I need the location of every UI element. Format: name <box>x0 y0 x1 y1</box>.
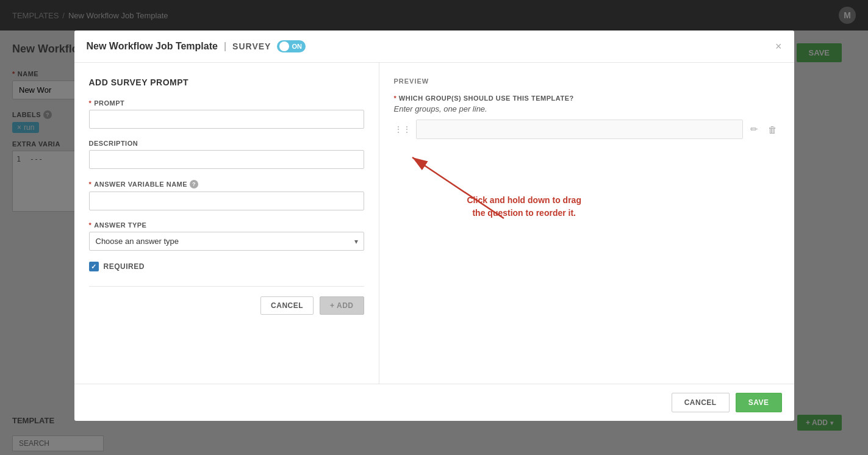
add-survey-title: ADD SURVEY PROMPT <box>89 77 364 87</box>
answer-type-group: * ANSWER TYPE Choose an answer type Text… <box>89 221 364 251</box>
preview-question-label: * WHICH GROUP(S) SHOULD USE THIS TEMPLAT… <box>394 95 780 102</box>
annotation-area: Click and hold down to drag the question… <box>394 145 780 255</box>
modal-close-button[interactable]: × <box>775 41 782 52</box>
modal-right-panel: PREVIEW * WHICH GROUP(S) SHOULD USE THIS… <box>379 63 794 384</box>
description-label: DESCRIPTION <box>89 140 138 147</box>
modal-cancel-button[interactable]: CANCEL <box>672 393 730 412</box>
answer-var-input[interactable] <box>89 192 364 210</box>
modal-overlay: New Workflow Job Template | SURVEY ON × … <box>0 0 868 455</box>
left-panel-footer: CANCEL + ADD <box>89 286 364 315</box>
prompt-group: * PROMPT <box>89 99 364 129</box>
toggle-label: ON <box>292 43 302 50</box>
toggle-knob <box>279 41 289 51</box>
form-add-button[interactable]: + ADD <box>320 296 364 315</box>
prompt-label: PROMPT <box>94 99 124 107</box>
preview-required-star: * <box>394 95 399 102</box>
modal-title: New Workflow Job Template | SURVEY ON <box>87 40 306 52</box>
required-checkbox-row: REQUIRED <box>89 262 364 271</box>
preview-title: PREVIEW <box>394 77 780 85</box>
answer-type-label: ANSWER TYPE <box>94 221 146 229</box>
answer-type-required-star: * <box>89 221 92 229</box>
answer-type-select[interactable]: Choose an answer type Text Textarea Pass… <box>89 232 364 251</box>
modal-left-panel: ADD SURVEY PROMPT * PROMPT DESCRIPTION <box>74 63 379 384</box>
annotation-text: Click and hold down to drag the question… <box>467 194 581 220</box>
modal-dialog: New Workflow Job Template | SURVEY ON × … <box>74 30 794 421</box>
modal-body: ADD SURVEY PROMPT * PROMPT DESCRIPTION <box>74 63 794 384</box>
answer-var-help-icon[interactable]: ? <box>190 180 198 188</box>
preview-hint: Enter groups, one per line. <box>394 104 780 113</box>
form-cancel-button[interactable]: CANCEL <box>260 296 314 315</box>
description-input[interactable] <box>89 150 364 169</box>
preview-input-row: ⋮⋮ ✏ 🗑 <box>394 120 780 139</box>
prompt-required-star: * <box>89 99 92 107</box>
answer-type-select-wrapper: Choose an answer type Text Textarea Pass… <box>89 232 364 251</box>
drag-handle-icon[interactable]: ⋮⋮ <box>394 124 411 134</box>
modal-survey-label: SURVEY <box>232 41 271 51</box>
modal-title-sep: | <box>224 41 226 52</box>
edit-icon[interactable]: ✏ <box>748 121 761 137</box>
survey-toggle[interactable]: ON <box>277 40 306 52</box>
answer-var-label: ANSWER VARIABLE NAME <box>94 181 187 188</box>
required-label: REQUIRED <box>104 262 145 271</box>
prompt-input[interactable] <box>89 110 364 129</box>
required-checkbox[interactable] <box>89 262 99 271</box>
delete-icon[interactable]: 🗑 <box>766 122 780 137</box>
background-page: TEMPLATES / New Workflow Job Template M … <box>0 0 868 455</box>
modal-header: New Workflow Job Template | SURVEY ON × <box>74 30 794 63</box>
answer-var-group: * ANSWER VARIABLE NAME ? <box>89 180 364 210</box>
description-group: DESCRIPTION <box>89 140 364 169</box>
modal-save-button[interactable]: SAVE <box>736 393 782 412</box>
answer-var-required-star: * <box>89 181 92 188</box>
modal-title-text: New Workflow Job Template <box>87 41 218 52</box>
modal-footer: CANCEL SAVE <box>74 384 794 421</box>
preview-field <box>416 120 743 139</box>
